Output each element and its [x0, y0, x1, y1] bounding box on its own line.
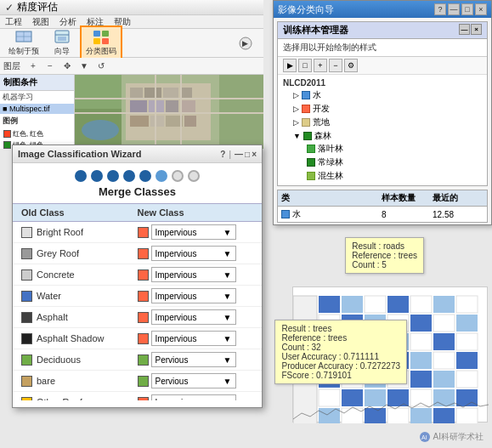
rc-close-btn[interactable]: ×	[475, 3, 487, 15]
rc-titlebar: 影像分类向导 ? — □ ×	[274, 1, 491, 18]
classify-icon	[92, 29, 110, 46]
tree-node-evergreen[interactable]: 常绿林	[307, 156, 482, 169]
svg-rect-79	[365, 408, 386, 423]
table-row: Concrete Impervious ▼	[13, 264, 262, 286]
step-7	[172, 170, 184, 182]
ribbon-btn-draw[interactable]: 绘制于预	[3, 26, 44, 60]
wizard-steps	[13, 163, 262, 184]
svg-rect-35	[319, 296, 340, 313]
tooltip-trees-reference: Reference : trees	[281, 333, 400, 343]
svg-rect-18	[180, 88, 192, 98]
tm-section-label: 选择用以开始绘制的样式	[278, 39, 487, 57]
main-wizard-max-btn[interactable]: □	[245, 150, 250, 159]
svg-rect-70	[319, 389, 340, 406]
step-3	[107, 170, 119, 182]
main-wizard-titlebar: Image Classification Wizard ? | — □ ×	[13, 145, 262, 163]
satellite-map	[75, 75, 263, 149]
tooltip-roads-result: Result : roads	[352, 241, 417, 251]
rc-table-header: 类 样本数量 最近的	[278, 190, 487, 207]
svg-rect-22	[180, 100, 195, 113]
svg-rect-72	[365, 389, 386, 406]
svg-rect-6	[93, 31, 100, 37]
rc-help-btn[interactable]: ?	[434, 3, 446, 15]
layer-panel-title: 制图条件	[0, 75, 74, 91]
svg-rect-82	[433, 408, 455, 423]
draw-icon	[14, 29, 33, 46]
svg-rect-15	[130, 88, 143, 98]
layer-label: 图层	[3, 60, 20, 72]
table-row: Asphalt Shadow Impervious ▼	[13, 328, 262, 349]
table-row: Bright Roof Impervious ▼	[13, 222, 262, 243]
tm-tool-3[interactable]: +	[314, 59, 327, 72]
main-table-body: Bright Roof Impervious ▼ Grey Roof Imper…	[13, 222, 262, 400]
row-1-select[interactable]: Impervious ▼	[151, 246, 236, 261]
main-wizard-min-btn[interactable]: —	[235, 150, 243, 159]
step-8	[188, 170, 200, 182]
svg-text:AI: AI	[421, 434, 427, 440]
row-4-select[interactable]: Impervious ▼	[151, 309, 236, 325]
tm-tool-5[interactable]: ⚙	[344, 59, 358, 72]
tree-node-water[interactable]: ▷ 水	[293, 88, 482, 102]
svg-rect-7	[102, 31, 109, 37]
ribbon-btn-wizard[interactable]: 向导	[48, 26, 76, 60]
tooltip-trees: Result : trees Reference : trees Count :…	[274, 320, 407, 384]
svg-rect-41	[456, 296, 478, 313]
zoom-out-btn[interactable]: −	[42, 59, 58, 74]
row-7-select[interactable]: Pervious ▼	[151, 373, 236, 388]
tree-node-deciduous[interactable]: 落叶林	[307, 142, 482, 156]
layer-item-multispec[interactable]: ■ Multispec.tif	[0, 104, 74, 114]
svg-text:▶: ▶	[242, 39, 248, 48]
tm-tool-4[interactable]: −	[329, 59, 342, 72]
row-5-select[interactable]: Impervious ▼	[151, 331, 236, 346]
main-wizard-close-btn[interactable]: ×	[252, 150, 257, 159]
row-3-select[interactable]: Impervious ▼	[151, 288, 236, 303]
tree-node-forest: ▼ 森林 落叶林 常绿林	[293, 129, 482, 184]
svg-rect-55	[456, 333, 478, 350]
tm-toolbar: ▶ □ + − ⚙	[278, 57, 487, 75]
svg-rect-46	[410, 315, 432, 332]
training-manager-title: 训练样本管理器 — ×	[278, 22, 487, 39]
rc-max-btn[interactable]: □	[461, 3, 473, 15]
pan-btn[interactable]: ✥	[59, 59, 75, 74]
row-6-select[interactable]: Pervious ▼	[151, 352, 236, 367]
right-classification-panel: 影像分类向导 ? — □ × 训练样本管理器 — × 选择用以开始绘制的样式 ▶…	[273, 0, 492, 225]
tree-node-barren[interactable]: ▷ 荒地	[293, 116, 482, 129]
check-icon: ✓	[5, 2, 14, 14]
tooltip-trees-result: Result : trees	[281, 324, 400, 333]
refresh-btn[interactable]: ↺	[93, 59, 109, 74]
svg-rect-26	[184, 116, 196, 127]
legend-item-1: 红色, 红色	[0, 128, 74, 139]
row-8-select[interactable]: Impervious ▼	[151, 394, 236, 400]
tm-tool-2[interactable]: □	[298, 59, 312, 72]
tree-node-shrub[interactable]: ▷ 灌木	[293, 184, 482, 185]
ribbon-btn-classify[interactable]: 分类图码	[80, 26, 122, 60]
tree-forest-label[interactable]: ▼ 森林	[293, 130, 482, 142]
map-svg	[75, 75, 263, 149]
tree-children: ▷ 水 ▷ 开发 ▷ 荒地 ▼	[283, 88, 482, 185]
legend-label: 图例	[0, 114, 74, 128]
svg-rect-9	[102, 38, 109, 44]
rc-min-btn[interactable]: —	[448, 3, 460, 15]
tooltip-trees-prod-acc: Producer Accuracy : 0.7272273	[281, 361, 400, 371]
select-btn[interactable]: ▼	[76, 59, 92, 74]
svg-rect-5	[58, 37, 66, 41]
svg-rect-23	[130, 116, 149, 127]
ribbon-btn-extra[interactable]: ▶	[231, 32, 260, 54]
svg-point-34	[82, 120, 119, 140]
tm-close-btn[interactable]: ×	[471, 24, 482, 35]
tree-node-develop[interactable]: ▷ 开发	[293, 102, 482, 116]
row-2-select[interactable]: Impervious ▼	[151, 267, 236, 282]
row-0-select[interactable]: Impervious ▼	[151, 224, 236, 240]
svg-rect-54	[433, 333, 455, 350]
forest-children: 落叶林 常绿林 混生林	[293, 142, 482, 183]
tm-tool-1[interactable]: ▶	[283, 59, 297, 72]
sub-toolbar: 图层 + − ✥ ▼ ↺	[0, 58, 263, 75]
svg-rect-77	[319, 408, 340, 423]
zoom-in-btn[interactable]: +	[25, 59, 41, 74]
tm-min-btn[interactable]: —	[459, 24, 470, 35]
svg-rect-24	[150, 116, 164, 127]
step-5	[139, 170, 151, 182]
tree-node-mixed[interactable]: 混生林	[307, 169, 482, 183]
main-wizard-help-link[interactable]: ?	[220, 150, 225, 159]
tm-tree: NLCD2011 ▷ 水 ▷ 开发 ▷ 荒地	[278, 75, 487, 185]
